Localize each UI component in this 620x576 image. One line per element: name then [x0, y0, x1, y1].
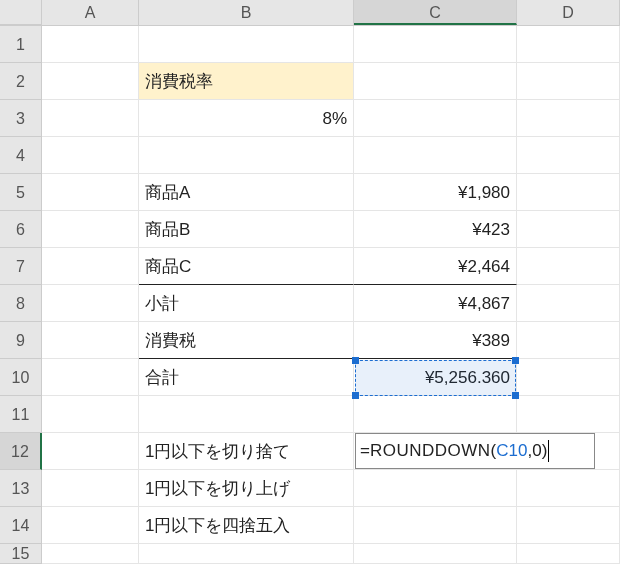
row-header-14[interactable]: 14: [0, 507, 42, 544]
cell-D5[interactable]: [517, 174, 620, 211]
row-header-2[interactable]: 2: [0, 63, 42, 100]
cell-A6[interactable]: [42, 211, 139, 248]
cell-C6[interactable]: ¥423: [354, 211, 517, 248]
row-9: 9 消費税 ¥389: [0, 322, 620, 359]
cell-B10[interactable]: 合計: [139, 359, 354, 396]
cell-B12[interactable]: 1円以下を切り捨て: [139, 433, 354, 470]
row-header-9[interactable]: 9: [0, 322, 42, 359]
cell-D13[interactable]: [517, 470, 620, 507]
cell-D9[interactable]: [517, 322, 620, 359]
cell-A2[interactable]: [42, 63, 139, 100]
cell-C1[interactable]: [354, 26, 517, 63]
cell-C13[interactable]: [354, 470, 517, 507]
row-header-12[interactable]: 12: [0, 433, 42, 470]
cell-D7[interactable]: [517, 248, 620, 285]
cell-B15[interactable]: [139, 544, 354, 564]
cell-B2[interactable]: 消費税率: [139, 63, 354, 100]
row-8: 8 小計 ¥4,867: [0, 285, 620, 322]
row-13: 13 1円以下を切り上げ: [0, 470, 620, 507]
cell-B3[interactable]: 8%: [139, 100, 354, 137]
row-header-1[interactable]: 1: [0, 26, 42, 63]
row-header-8[interactable]: 8: [0, 285, 42, 322]
cell-C2[interactable]: [354, 63, 517, 100]
formula-equals: =: [360, 441, 370, 461]
cell-B5[interactable]: 商品A: [139, 174, 354, 211]
spreadsheet[interactable]: A B C D 1 2 消費税率 3 8% 4 5 商品A ¥1,980: [0, 0, 620, 576]
cell-A13[interactable]: [42, 470, 139, 507]
formula-ref: C10: [496, 441, 527, 461]
text-cursor: [548, 440, 549, 462]
formula-close: ): [542, 441, 548, 461]
cell-D10[interactable]: [517, 359, 620, 396]
cell-A5[interactable]: [42, 174, 139, 211]
cell-C8[interactable]: ¥4,867: [354, 285, 517, 322]
cell-C7[interactable]: ¥2,464: [354, 248, 517, 285]
cell-A11[interactable]: [42, 396, 139, 433]
cell-B13[interactable]: 1円以下を切り上げ: [139, 470, 354, 507]
cell-D2[interactable]: [517, 63, 620, 100]
cell-A15[interactable]: [42, 544, 139, 564]
row-11: 11: [0, 396, 620, 433]
row-6: 6 商品B ¥423: [0, 211, 620, 248]
cell-A14[interactable]: [42, 507, 139, 544]
cell-A9[interactable]: [42, 322, 139, 359]
cell-B8[interactable]: 小計: [139, 285, 354, 322]
cell-A4[interactable]: [42, 137, 139, 174]
cell-D1[interactable]: [517, 26, 620, 63]
row-14: 14 1円以下を四捨五入: [0, 507, 620, 544]
col-header-B[interactable]: B: [139, 0, 354, 25]
cell-A8[interactable]: [42, 285, 139, 322]
row-header-3[interactable]: 3: [0, 100, 42, 137]
formula-edit-C12[interactable]: =ROUNDDOWN(C10,0): [355, 433, 595, 469]
col-header-C[interactable]: C: [354, 0, 517, 25]
row-header-10[interactable]: 10: [0, 359, 42, 396]
row-3: 3 8%: [0, 100, 620, 137]
cell-B11[interactable]: [139, 396, 354, 433]
row-header-4[interactable]: 4: [0, 137, 42, 174]
cell-C5[interactable]: ¥1,980: [354, 174, 517, 211]
row-4: 4: [0, 137, 620, 174]
cell-D8[interactable]: [517, 285, 620, 322]
cell-C14[interactable]: [354, 507, 517, 544]
cell-D3[interactable]: [517, 100, 620, 137]
cell-A12[interactable]: [42, 433, 139, 470]
formula-function: ROUNDDOWN: [370, 441, 491, 461]
cell-C10[interactable]: ¥5,256.360: [354, 359, 517, 396]
row-5: 5 商品A ¥1,980: [0, 174, 620, 211]
cell-A7[interactable]: [42, 248, 139, 285]
cell-B7[interactable]: 商品C: [139, 248, 354, 285]
cell-C9[interactable]: ¥389: [354, 322, 517, 359]
row-7: 7 商品C ¥2,464: [0, 248, 620, 285]
select-all-corner[interactable]: [0, 0, 42, 25]
cell-B14[interactable]: 1円以下を四捨五入: [139, 507, 354, 544]
cell-C4[interactable]: [354, 137, 517, 174]
row-1: 1: [0, 26, 620, 63]
column-headers: A B C D: [0, 0, 620, 26]
row-header-15[interactable]: 15: [0, 544, 42, 564]
row-10: 10 合計 ¥5,256.360: [0, 359, 620, 396]
row-header-7[interactable]: 7: [0, 248, 42, 285]
cell-D4[interactable]: [517, 137, 620, 174]
cell-A1[interactable]: [42, 26, 139, 63]
cell-C15[interactable]: [354, 544, 517, 564]
cell-B9[interactable]: 消費税: [139, 322, 354, 359]
cell-B6[interactable]: 商品B: [139, 211, 354, 248]
row-header-6[interactable]: 6: [0, 211, 42, 248]
row-2: 2 消費税率: [0, 63, 620, 100]
cell-A3[interactable]: [42, 100, 139, 137]
cell-B4[interactable]: [139, 137, 354, 174]
row-header-13[interactable]: 13: [0, 470, 42, 507]
cell-D6[interactable]: [517, 211, 620, 248]
row-header-11[interactable]: 11: [0, 396, 42, 433]
col-header-A[interactable]: A: [42, 0, 139, 25]
row-header-5[interactable]: 5: [0, 174, 42, 211]
cell-B1[interactable]: [139, 26, 354, 63]
cell-A10[interactable]: [42, 359, 139, 396]
cell-D15[interactable]: [517, 544, 620, 564]
cell-D14[interactable]: [517, 507, 620, 544]
cell-C3[interactable]: [354, 100, 517, 137]
row-15: 15: [0, 544, 620, 564]
cell-C11[interactable]: [354, 396, 517, 433]
col-header-D[interactable]: D: [517, 0, 620, 25]
cell-D11[interactable]: [517, 396, 620, 433]
